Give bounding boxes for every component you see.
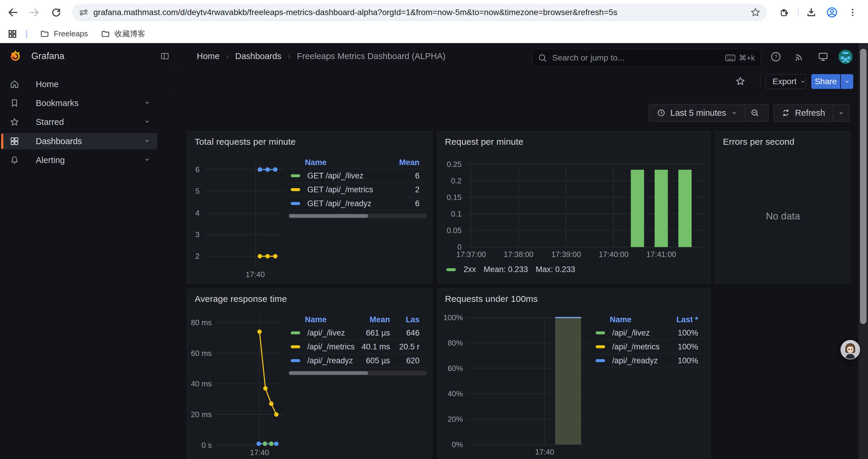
panel-request-per-minute: Request per minute 0.250.20.150.10.05017… [437,131,711,284]
panel-title[interactable]: Errors per second [723,137,795,147]
breadcrumb-home[interactable]: Home [197,52,219,61]
refresh-button[interactable]: Refresh [774,104,833,121]
site-settings-icon[interactable] [78,7,89,18]
brand-name[interactable]: Grafana [31,51,64,61]
profile-icon [826,6,838,19]
panel-requests-under-100ms: Requests under 100ms 100%80%60%40%20%0%1… [437,288,711,459]
share-button[interactable]: Share [811,74,840,89]
svg-text:3: 3 [195,230,199,239]
apps-shortcut-button[interactable] [7,29,18,39]
svg-text:80 ms: 80 ms [191,319,212,327]
url-text[interactable]: grafana.mathmast.com/d/deytv4rwavabkb/fr… [93,8,750,17]
caret-down-icon [731,109,737,116]
svg-text:20 ms: 20 ms [191,410,212,419]
scrollbar-thumb[interactable] [860,49,867,324]
url-bar[interactable]: grafana.mathmast.com/d/deytv4rwavabkb/fr… [72,4,767,21]
refresh-group: Refresh [773,104,850,122]
browser-menu-button[interactable] [844,4,861,21]
browser-profile-button[interactable] [824,4,840,21]
bookmarks-bar: Freeleaps 收藏博客 [0,25,868,43]
caret-down-icon [838,109,844,116]
browser-chrome: grafana.mathmast.com/d/deytv4rwavabkb/fr… [0,0,868,43]
bookmark-icon [5,98,24,108]
svg-text:17:40: 17:40 [535,448,554,456]
keyboard-icon [725,54,735,62]
breadcrumb-dashboards[interactable]: Dashboards [235,52,281,61]
legend-table[interactable]: NameLast */api/_/livez100%/api/_/metrics… [593,314,706,368]
browser-back-button[interactable] [5,4,21,21]
svg-text:17:37:00: 17:37:00 [456,250,486,258]
grafana-logo[interactable] [9,50,22,63]
sidebar-item-home[interactable]: Home [1,76,157,93]
grafana-sidebar: Grafana Home Bookmarks Starred Dashboard… [0,43,176,459]
svg-text:5: 5 [195,187,199,195]
floating-assistant-avatar[interactable] [840,340,860,359]
svg-text:80%: 80% [447,339,463,347]
sidebar-item-dashboards[interactable]: Dashboards [1,133,157,150]
svg-text:17:38:00: 17:38:00 [504,250,533,258]
share-menu-button[interactable] [841,74,853,89]
svg-text:20%: 20% [447,415,463,423]
bookmark-star-icon[interactable] [750,7,761,18]
extensions-button[interactable] [776,4,793,21]
downloads-button[interactable] [803,4,819,21]
page-scrollbar[interactable] [859,43,868,459]
svg-text:0.25: 0.25 [447,160,462,168]
forward-arrow-icon [28,6,40,18]
export-button[interactable]: Export [766,74,806,89]
collapse-sidebar-icon[interactable] [160,52,169,61]
kebab-menu-icon [847,7,858,18]
svg-text:17:40: 17:40 [246,270,265,278]
back-arrow-icon [7,6,19,18]
browser-reload-button[interactable] [48,4,64,21]
favorite-dashboard-button[interactable] [734,75,747,88]
chevron-down-icon[interactable] [144,99,151,107]
sidebar-item-alerting[interactable]: Alerting [1,152,157,168]
share-label: Share [815,77,837,86]
legend-color-pill [446,268,456,271]
folder-icon [100,29,111,39]
legend-table[interactable]: NameMeanLas/api/_/livez661 µs646/api/_/m… [288,314,427,375]
legend-table[interactable]: NameMeanGET /api/_/livez6GET /api/_/metr… [288,156,427,218]
bookmark-folder-blogs[interactable]: 收藏博客 [100,29,145,39]
toolbar-divider [798,8,799,17]
svg-text:60 ms: 60 ms [191,349,212,357]
time-range-picker[interactable]: Last 5 minutes [649,104,745,121]
legend-mean: Mean: 0.233 [484,265,528,274]
folder-icon [39,29,50,39]
sidebar-item-label: Home [36,79,59,89]
chevron-down-icon[interactable] [144,118,151,126]
help-button[interactable]: ? [769,50,782,63]
star-icon [5,117,24,127]
chevron-down-icon[interactable] [144,137,151,145]
dashboards-grid-icon [5,136,24,146]
search-icon [537,53,548,63]
panel-errors-per-second: Errors per second No data [715,131,851,284]
refresh-interval-button[interactable] [833,109,849,116]
svg-text:40%: 40% [447,390,463,398]
svg-text:17:41:00: 17:41:00 [646,250,676,258]
news-button[interactable] [793,50,806,63]
bookmarks-divider [26,30,27,38]
chevron-down-icon[interactable] [144,156,151,164]
svg-text:17:40: 17:40 [250,448,269,457]
user-avatar[interactable] [838,50,852,64]
home-icon [5,79,24,89]
panel-total-requests-per-minute: Total requests per minute 6543217:40 Nam… [187,131,433,284]
sidebar-item-bookmarks[interactable]: Bookmarks [1,95,157,111]
svg-text:0.2: 0.2 [451,177,462,185]
apps-grid-icon [7,29,18,39]
kiosk-mode-button[interactable] [816,50,830,63]
legend-series-label[interactable]: 2xx [464,265,476,274]
active-indicator [1,133,3,149]
zoom-out-button[interactable] [745,108,764,118]
browser-forward-button[interactable] [26,4,42,21]
toolbar-divider [760,74,761,88]
sidebar-item-starred[interactable]: Starred [1,114,157,130]
bookmark-folder-freeleaps[interactable]: Freeleaps [39,29,88,39]
puzzle-icon [778,7,790,18]
chart-legend[interactable]: 2xx Mean: 0.233 Max: 0.233 [446,265,575,274]
search-input[interactable]: Search or jump to... ⌘+k [532,49,761,67]
svg-text:?: ? [774,54,777,60]
breadcrumb-separator: › [226,52,229,61]
